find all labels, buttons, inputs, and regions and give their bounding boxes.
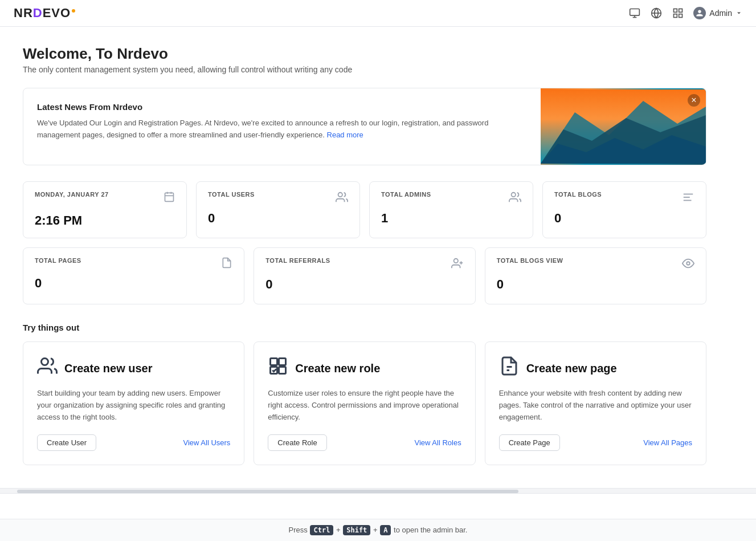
total-blogs-header: TOTAL BLOGS: [554, 191, 694, 206]
total-referrals-card: TOTAL REFERRALS 0: [254, 247, 475, 304]
total-blogs-view-card: TOTAL BLOGS VIEW 0: [485, 247, 706, 304]
news-title: Latest News From Nrdevo: [37, 102, 527, 112]
globe-icon[interactable]: [650, 7, 663, 19]
svg-rect-13: [165, 193, 174, 201]
create-user-card: Create new user Start building your team…: [23, 341, 244, 465]
bottom-bar-suffix: to open the admin bar.: [394, 526, 467, 534]
stats-grid-top: MONDAY, JANUARY 27 2:16 PM TOTAL USERS 0…: [23, 181, 706, 238]
total-users-header: TOTAL USERS: [208, 191, 348, 206]
svg-rect-6: [679, 9, 683, 13]
action-grid: Create new user Start building your team…: [23, 341, 706, 465]
stats-grid-bottom: TOTAL PAGES 0 TOTAL REFERRALS 0 TOTAL BL…: [23, 247, 706, 304]
logo-text-d: D: [33, 6, 43, 20]
shift-key: Shift: [343, 525, 370, 535]
create-user-icon: [37, 356, 58, 381]
date-card-header: MONDAY, JANUARY 27: [35, 191, 175, 205]
svg-point-18: [512, 193, 516, 197]
scrollbar-thumb: [17, 490, 518, 493]
admin-label: Admin: [709, 9, 732, 18]
total-users-card: TOTAL USERS 0: [196, 181, 360, 238]
home-icon[interactable]: [628, 7, 641, 19]
ctrl-key: Ctrl: [310, 525, 333, 535]
svg-point-22: [453, 259, 457, 263]
blogs-icon: [682, 191, 694, 206]
create-role-desc: Customize user roles to ensure the right…: [268, 388, 461, 423]
pages-icon: [221, 257, 232, 271]
create-user-header: Create new user: [37, 356, 230, 381]
create-user-footer: Create User View All Users: [37, 434, 230, 451]
eye-icon: [682, 257, 694, 272]
news-image: ×: [541, 88, 706, 165]
total-users-label: TOTAL USERS: [208, 191, 255, 198]
total-referrals-header: TOTAL REFERRALS: [265, 257, 463, 272]
total-pages-header: TOTAL PAGES: [35, 257, 232, 271]
news-banner: Latest News From Nrdevo We've Updated Ou…: [23, 88, 706, 165]
total-pages-label: TOTAL PAGES: [35, 257, 81, 264]
svg-rect-28: [279, 359, 286, 365]
create-page-title: Create new page: [526, 362, 617, 375]
total-blogs-view-value: 0: [497, 277, 694, 292]
admin-avatar: [693, 7, 706, 19]
svg-point-26: [42, 359, 48, 365]
logo[interactable]: NRDEVO: [14, 6, 75, 21]
news-body: We've Updated Our Login and Registration…: [37, 117, 527, 141]
notifications-icon[interactable]: [672, 7, 684, 19]
create-page-button[interactable]: Create Page: [499, 434, 560, 451]
view-all-roles-link[interactable]: View All Roles: [415, 438, 461, 447]
total-admins-header: TOTAL ADMINS: [381, 191, 521, 206]
create-page-icon: [499, 356, 520, 381]
news-close-button[interactable]: ×: [688, 94, 700, 107]
create-role-title: Create new role: [295, 362, 380, 375]
total-blogs-card: TOTAL BLOGS 0: [542, 181, 706, 238]
create-user-button[interactable]: Create User: [37, 434, 96, 451]
admin-menu[interactable]: Admin: [693, 7, 742, 19]
total-blogs-label: TOTAL BLOGS: [554, 191, 602, 198]
news-content: Latest News From Nrdevo We've Updated Ou…: [23, 88, 541, 165]
total-referrals-label: TOTAL REFERRALS: [265, 257, 330, 264]
chevron-down-icon: [735, 10, 742, 17]
total-admins-label: TOTAL ADMINS: [381, 191, 431, 198]
total-users-value: 0: [208, 211, 348, 226]
create-page-desc: Enhance your website with fresh content …: [499, 388, 692, 423]
create-page-header: Create new page: [499, 356, 692, 381]
view-all-users-link[interactable]: View All Users: [183, 438, 230, 447]
create-role-icon: [268, 356, 288, 381]
create-user-desc: Start building your team by adding new u…: [37, 388, 230, 423]
svg-rect-29: [279, 367, 286, 374]
svg-point-25: [686, 262, 690, 265]
create-role-header: Create new role: [268, 356, 461, 381]
calendar-icon: [164, 191, 175, 205]
try-section-title: Try things out: [23, 323, 706, 332]
logo-text-nr: NR: [14, 6, 33, 20]
page-title: Welcome, To Nrdevo: [23, 45, 706, 63]
create-role-card: Create new role Customize user roles to …: [254, 341, 475, 465]
total-pages-card: TOTAL PAGES 0: [23, 247, 244, 304]
total-referrals-value: 0: [265, 277, 463, 292]
svg-rect-0: [630, 9, 640, 16]
create-page-card: Create new page Enhance your website wit…: [485, 341, 706, 465]
total-blogs-view-label: TOTAL BLOGS VIEW: [497, 257, 563, 264]
create-user-title: Create new user: [64, 362, 153, 375]
bottom-bar: Press Ctrl + Shift + A to open the admin…: [0, 519, 756, 541]
svg-point-17: [338, 193, 342, 197]
logo-dot: [72, 9, 75, 13]
news-mountain-svg: [541, 88, 706, 165]
a-key: A: [380, 525, 391, 535]
total-pages-value: 0: [35, 276, 232, 291]
news-read-more-link[interactable]: Read more: [327, 131, 363, 139]
date-time-card: MONDAY, JANUARY 27 2:16 PM: [23, 181, 187, 238]
total-admins-card: TOTAL ADMINS 1: [369, 181, 533, 238]
time-value: 2:16 PM: [35, 213, 175, 228]
news-body-text: We've Updated Our Login and Registration…: [37, 119, 488, 139]
admins-icon: [509, 191, 521, 206]
total-blogs-value: 0: [554, 211, 694, 226]
referrals-icon: [451, 257, 464, 272]
view-all-pages-link[interactable]: View All Pages: [643, 438, 692, 447]
create-role-button[interactable]: Create Role: [268, 434, 326, 451]
total-admins-value: 1: [381, 211, 521, 226]
total-blogs-view-header: TOTAL BLOGS VIEW: [497, 257, 694, 272]
plus2: +: [373, 526, 378, 534]
horizontal-scrollbar[interactable]: [0, 488, 756, 494]
date-label: MONDAY, JANUARY 27: [35, 191, 109, 198]
create-page-footer: Create Page View All Pages: [499, 434, 692, 451]
